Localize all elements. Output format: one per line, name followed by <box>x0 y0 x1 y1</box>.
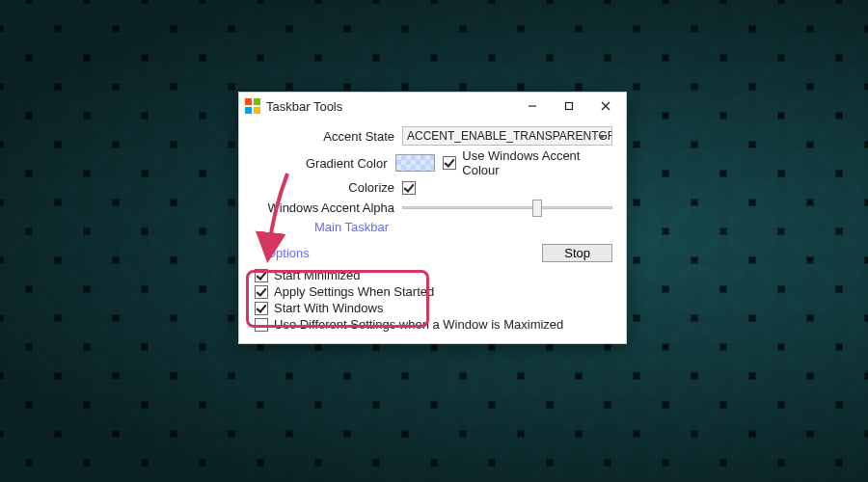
minimize-icon <box>528 101 537 111</box>
windows-accent-alpha-label: Windows Accent Alpha <box>253 201 402 215</box>
start-minimized-checkbox[interactable] <box>255 269 268 282</box>
stop-button[interactable]: Stop <box>542 244 612 262</box>
maximize-icon <box>564 101 574 111</box>
window-content: Accent State ACCENT_ENABLE_TRANSPARENTGR… <box>239 120 626 343</box>
maximize-button[interactable] <box>551 93 587 120</box>
taskbar-tools-window: Taskbar Tools Accent State ACCENT_ENABLE… <box>238 92 627 344</box>
accent-state-value: ACCENT_ENABLE_TRANSPARENTGRADI <box>407 129 612 143</box>
slider-track <box>402 206 612 209</box>
window-title: Taskbar Tools <box>266 99 342 114</box>
start-minimized-label: Start Minimized <box>274 268 361 282</box>
use-different-settings-maximized-label: Use Different Settings when a Window is … <box>274 317 563 332</box>
use-different-settings-maximized-checkbox[interactable] <box>255 318 268 332</box>
use-windows-accent-colour-label: Use Windows Accent Colour <box>462 148 612 177</box>
main-taskbar-link[interactable]: Main Taskbar <box>314 220 389 234</box>
use-windows-accent-colour-checkbox[interactable] <box>443 156 456 170</box>
options-link[interactable]: Options <box>266 246 310 260</box>
start-with-windows-checkbox[interactable] <box>255 302 268 315</box>
desktop-wallpaper: Taskbar Tools Accent State ACCENT_ENABLE… <box>0 0 868 482</box>
windows-accent-alpha-slider[interactable] <box>402 198 612 217</box>
gradient-color-label: Gradient Color <box>253 156 395 171</box>
apply-settings-when-started-label: Apply Settings When Started <box>274 284 434 299</box>
colorize-label: Colorize <box>253 180 402 195</box>
accent-state-dropdown[interactable]: ACCENT_ENABLE_TRANSPARENTGRADI <box>402 126 612 146</box>
close-icon <box>601 101 610 111</box>
svg-rect-1 <box>566 103 573 110</box>
slider-thumb[interactable] <box>532 200 542 217</box>
minimize-button[interactable] <box>514 93 551 120</box>
windows-logo-icon <box>245 98 260 114</box>
gradient-color-swatch[interactable] <box>395 154 436 172</box>
apply-settings-when-started-checkbox[interactable] <box>255 285 268 299</box>
start-with-windows-label: Start With Windows <box>274 301 383 315</box>
titlebar: Taskbar Tools <box>239 93 626 120</box>
colorize-checkbox[interactable] <box>402 181 416 195</box>
accent-state-label: Accent State <box>253 129 402 144</box>
close-button[interactable] <box>587 93 624 120</box>
